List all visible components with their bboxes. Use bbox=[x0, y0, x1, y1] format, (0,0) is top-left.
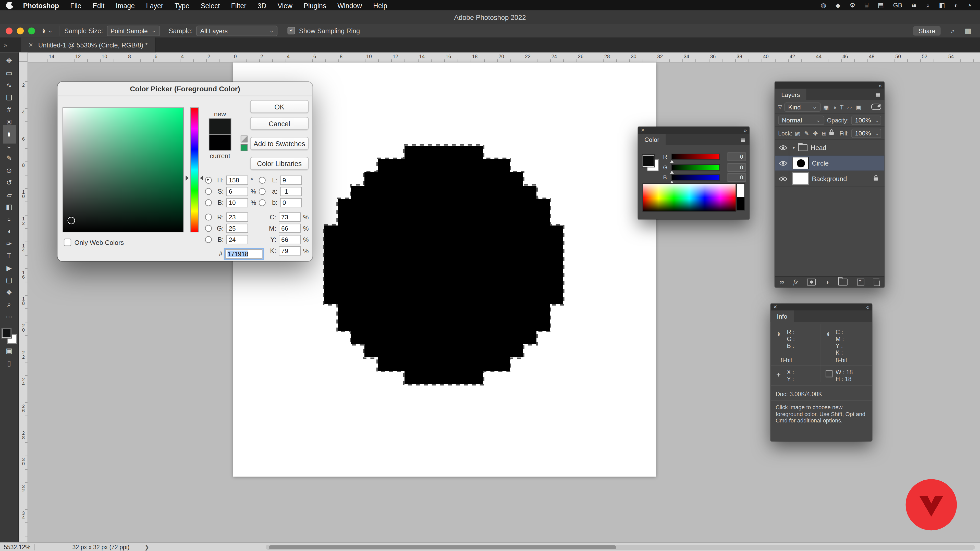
lock-position-icon[interactable]: ✥ bbox=[813, 130, 818, 137]
nearest-web-color-swatch[interactable] bbox=[241, 144, 248, 151]
menu-help[interactable]: Help bbox=[373, 2, 387, 9]
saturation-brightness-field[interactable] bbox=[62, 107, 184, 232]
zoom-window-button[interactable] bbox=[28, 27, 35, 34]
workspace-switcher-icon[interactable]: ▦ bbox=[965, 27, 971, 35]
foreground-color-swatch[interactable] bbox=[2, 329, 11, 338]
input-k[interactable]: 79 bbox=[279, 246, 301, 256]
ruler-origin-corner[interactable] bbox=[19, 52, 27, 62]
hue-slider[interactable] bbox=[190, 107, 199, 232]
search-icon[interactable]: ⌕ bbox=[951, 27, 955, 35]
minimize-window-button[interactable] bbox=[17, 27, 24, 34]
ok-button[interactable]: OK bbox=[250, 100, 309, 113]
filter-pixel-icon[interactable]: ▦ bbox=[823, 103, 829, 110]
display-icon[interactable]: ⌸ bbox=[865, 2, 869, 9]
clone-stamp-tool[interactable]: ⊙ bbox=[0, 165, 18, 177]
input-r[interactable]: 23 bbox=[226, 212, 248, 221]
eyedropper-tool-icon[interactable]: ✒ bbox=[40, 28, 48, 34]
hue-slider-arrow-right[interactable] bbox=[200, 176, 203, 181]
status-options-chevron[interactable]: ❯ bbox=[133, 544, 149, 550]
radio-b[interactable] bbox=[205, 199, 212, 206]
opacity-select[interactable]: 100% ⌄ bbox=[851, 115, 881, 125]
menu-view[interactable]: View bbox=[278, 2, 293, 9]
close-window-button[interactable] bbox=[6, 27, 13, 34]
input-c[interactable]: 73 bbox=[279, 212, 301, 221]
pen-tool[interactable]: ✑ bbox=[0, 238, 18, 250]
menu-edit[interactable]: Edit bbox=[93, 2, 104, 9]
lock-image-icon[interactable]: ✎ bbox=[804, 130, 809, 137]
input-l[interactable]: 9 bbox=[280, 175, 302, 185]
input-m[interactable]: 66 bbox=[279, 224, 301, 233]
layer-filtering-toggle[interactable] bbox=[871, 104, 881, 110]
siri-icon[interactable]: ◐ bbox=[954, 2, 958, 9]
menu-type[interactable]: Type bbox=[175, 2, 189, 9]
new-layer-button[interactable] bbox=[857, 279, 864, 286]
document-tab[interactable]: ✕ Untitled-1 @ 5530% (Circle, RGB/8) * bbox=[21, 38, 156, 52]
adjustment-layer-button[interactable]: ◑ bbox=[825, 279, 829, 286]
screen-mode-button[interactable]: ▯ bbox=[0, 357, 18, 369]
collapse-panel-icon[interactable]: « bbox=[879, 82, 884, 88]
new-group-button[interactable] bbox=[838, 279, 848, 286]
rectangle-tool[interactable]: ▢ bbox=[0, 274, 18, 286]
layer-thumbnail[interactable] bbox=[792, 172, 809, 185]
radio-r[interactable] bbox=[205, 213, 212, 220]
menu-photoshop[interactable]: Photoshop bbox=[23, 2, 59, 9]
radio-b[interactable] bbox=[205, 236, 212, 243]
horizontal-ruler[interactable]: 1412108642024681012141618202224262830323… bbox=[19, 52, 980, 62]
menu-filter[interactable]: Filter bbox=[231, 2, 246, 9]
marquee-tool[interactable]: ▭ bbox=[0, 67, 18, 79]
type-tool[interactable]: T bbox=[0, 250, 18, 262]
share-button[interactable]: Share bbox=[913, 26, 941, 35]
layer-row-circle[interactable]: Circle bbox=[775, 156, 885, 171]
input-y[interactable]: 66 bbox=[279, 235, 301, 244]
radio-g[interactable] bbox=[205, 224, 212, 231]
delete-layer-button[interactable] bbox=[873, 280, 880, 286]
collapse-panel-icon[interactable]: » bbox=[744, 127, 749, 133]
add-layer-mask-button[interactable] bbox=[807, 279, 816, 286]
input-h[interactable]: 158 bbox=[226, 175, 248, 185]
info-panel-header[interactable]: ✕ « bbox=[771, 303, 872, 310]
close-tab-icon[interactable]: ✕ bbox=[29, 42, 33, 48]
slider-track[interactable] bbox=[671, 154, 720, 160]
lock-transparency-icon[interactable]: ▨ bbox=[795, 130, 800, 137]
menu-image[interactable]: Image bbox=[116, 2, 135, 9]
lasso-tool[interactable]: ∿ bbox=[0, 79, 18, 92]
menu-layer[interactable]: Layer bbox=[146, 2, 163, 9]
filter-shape-icon[interactable]: ▱ bbox=[847, 103, 852, 110]
hand-tool[interactable]: ❖ bbox=[0, 286, 18, 299]
input-b[interactable]: 24 bbox=[226, 235, 248, 244]
zoom-tool[interactable]: ⌕ bbox=[0, 299, 18, 311]
gradient-tool[interactable]: ◧ bbox=[0, 201, 18, 213]
layer-name[interactable]: Circle bbox=[812, 159, 829, 167]
object-selection-tool[interactable]: ❏ bbox=[0, 92, 18, 104]
spotlight-icon[interactable]: ⌕ bbox=[926, 2, 930, 9]
visibility-eye-icon[interactable] bbox=[778, 156, 790, 171]
foreground-background-swatches[interactable] bbox=[1, 328, 18, 345]
slider-thumb[interactable] bbox=[670, 160, 674, 163]
settings-icon[interactable]: ⚙ bbox=[850, 2, 856, 9]
horizontal-scrollbar-thumb[interactable] bbox=[269, 545, 616, 549]
input-a[interactable]: -1 bbox=[280, 186, 302, 196]
vertical-ruler[interactable]: 246810121416182022242628303234 bbox=[19, 62, 28, 542]
panel-menu-icon[interactable]: ≣ bbox=[740, 134, 749, 145]
layers-panel-header[interactable]: « bbox=[775, 82, 885, 89]
color-panel-header[interactable]: ✕ » bbox=[638, 127, 749, 134]
layer-row-background[interactable]: Background bbox=[775, 171, 885, 187]
edit-toolbar-button[interactable]: ⋯ bbox=[0, 311, 18, 323]
cancel-button[interactable]: Cancel bbox=[250, 117, 309, 130]
collapse-panels-icon[interactable]: » bbox=[0, 42, 11, 52]
menu-select[interactable]: Select bbox=[200, 2, 220, 9]
foreground-color-swatch[interactable] bbox=[643, 155, 655, 167]
input-g[interactable]: 25 bbox=[226, 224, 248, 233]
input-b[interactable]: 10 bbox=[226, 198, 248, 207]
color-field-marker[interactable] bbox=[67, 217, 75, 224]
brush-tool[interactable]: ✎ bbox=[0, 152, 18, 165]
filter-kind-select[interactable]: Kind ⌄ bbox=[784, 102, 821, 111]
group-expand-caret[interactable]: ▾ bbox=[792, 144, 795, 150]
hex-input[interactable]: 171918 bbox=[225, 249, 262, 259]
control-center-icon[interactable]: ◧ bbox=[939, 2, 945, 9]
input-s[interactable]: 6 bbox=[226, 186, 248, 196]
filter-funnel-icon[interactable]: ▽ bbox=[778, 104, 782, 110]
layer-thumbnail[interactable] bbox=[792, 157, 809, 169]
sample-size-select[interactable]: Point Sample ⌄ bbox=[107, 25, 160, 36]
filter-smart-object-icon[interactable]: ▣ bbox=[856, 103, 861, 110]
